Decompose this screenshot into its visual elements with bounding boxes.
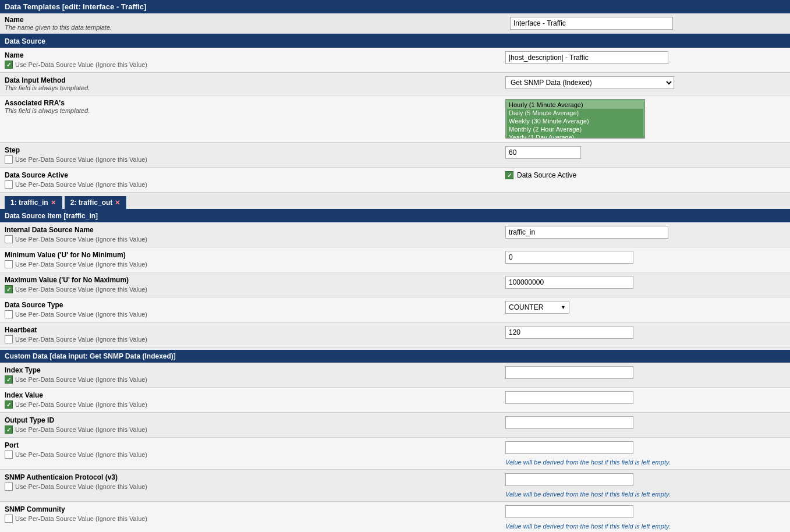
dsi-type-label-col: Data Source Type Use Per-Data Source Val… — [0, 300, 501, 320]
dsi-min-input[interactable] — [505, 251, 633, 264]
custom-index-type-input-col — [501, 365, 790, 380]
custom-index-type-per-source-text: Use Per-Data Source Value (Ignore this V… — [15, 376, 147, 383]
custom-port-per-source-text: Use Per-Data Source Value (Ignore this V… — [15, 451, 147, 458]
dsi-internal-name-label-col: Internal Data Source Name Use Per-Data S… — [0, 225, 501, 244]
dsi-type-input-col: ▼ — [501, 300, 790, 315]
custom-snmp-community-input[interactable] — [505, 505, 633, 518]
custom-snmp-auth-input-col: Value will be derived from the host if t… — [501, 472, 790, 499]
custom-index-value-label: Index Value — [5, 391, 496, 399]
ds-step-row: Step Use Per-Data Source Value (Ignore t… — [0, 143, 790, 168]
dsi-heartbeat-row: Heartbeat Use Per-Data Source Value (Ign… — [0, 322, 790, 347]
ds-name-per-source: ✓ Use Per-Data Source Value (Ignore this… — [5, 61, 496, 69]
ds-type-input[interactable] — [505, 301, 558, 314]
ds-step-input[interactable] — [505, 146, 581, 159]
ds-name-input[interactable] — [505, 51, 668, 64]
ds-active-text: Data Source Active — [517, 171, 576, 179]
ds-active-per-source: Use Per-Data Source Value (Ignore this V… — [5, 180, 496, 189]
dsi-max-input-col — [501, 275, 790, 290]
custom-output-type-row: Output Type ID ✓ Use Per-Data Source Val… — [0, 413, 790, 438]
dsi-min-row: Minimum Value ('U' for No Minimum) Use P… — [0, 247, 790, 272]
custom-snmp-auth-per-source-text: Use Per-Data Source Value (Ignore this V… — [15, 483, 147, 490]
ds-active-check-icon[interactable] — [5, 180, 13, 189]
dsi-heartbeat-per-source: Use Per-Data Source Value (Ignore this V… — [5, 335, 496, 343]
custom-snmp-community-input-col: Value will be derived from the host if t… — [501, 504, 790, 531]
ds-active-checkbox-row: ✓ Data Source Active — [505, 171, 576, 179]
tab-traffic-out[interactable]: 2: traffic_out ✕ — [65, 196, 127, 209]
custom-snmp-auth-check-icon[interactable] — [5, 483, 13, 491]
dsi-max-check-icon[interactable]: ✓ — [5, 285, 13, 293]
name-sublabel: The name given to this data template. — [5, 24, 505, 31]
custom-output-type-input[interactable] — [505, 416, 633, 429]
name-section: Name The name given to this data templat… — [0, 13, 790, 34]
ds-step-check-icon[interactable] — [5, 155, 13, 164]
custom-snmp-auth-input[interactable] — [505, 473, 633, 486]
ds-step-input-col — [501, 145, 790, 160]
tab-traffic-out-close[interactable]: ✕ — [115, 199, 120, 207]
custom-output-type-check-icon[interactable]: ✓ — [5, 425, 13, 434]
ds-input-method-select[interactable]: Get SNMP Data (Indexed) — [505, 76, 674, 89]
rra-item-4[interactable]: Yearly (1 Day Average) — [507, 133, 643, 139]
dsi-min-label-col: Minimum Value ('U' for No Minimum) Use P… — [0, 250, 501, 269]
custom-index-value-per-source-text: Use Per-Data Source Value (Ignore this V… — [15, 401, 147, 408]
tab-traffic-in[interactable]: 1: traffic_in ✕ — [5, 196, 62, 209]
rra-item-0[interactable]: Hourly (1 Minute Average) — [507, 101, 643, 109]
custom-port-input[interactable] — [505, 441, 633, 454]
custom-index-type-label-col: Index Type ✓ Use Per-Data Source Value (… — [0, 365, 501, 385]
name-label-col: Name The name given to this data templat… — [5, 16, 505, 31]
custom-snmp-community-label-col: SNMP Community Use Per-Data Source Value… — [0, 504, 501, 524]
custom-port-per-source: Use Per-Data Source Value (Ignore this V… — [5, 451, 496, 459]
custom-index-type-input[interactable] — [505, 366, 633, 379]
custom-index-type-row: Index Type ✓ Use Per-Data Source Value (… — [0, 363, 790, 388]
custom-index-type-check-icon[interactable]: ✓ — [5, 375, 13, 384]
name-label: Name — [5, 16, 505, 24]
rra-item-2[interactable]: Weekly (30 Minute Average) — [507, 117, 643, 125]
dsi-internal-check-icon[interactable] — [5, 235, 13, 243]
custom-port-check-icon[interactable] — [5, 451, 13, 459]
dsi-internal-input-col — [501, 225, 790, 240]
custom-index-value-input-col — [501, 390, 790, 405]
rra-listbox[interactable]: Hourly (1 Minute Average) Daily (5 Minut… — [505, 99, 645, 139]
dsi-heartbeat-input-col — [501, 325, 790, 340]
ds-step-per-source-text: Use Per-Data Source Value (Ignore this V… — [15, 156, 147, 163]
ds-input-method-input-col: Get SNMP Data (Indexed) — [501, 75, 790, 90]
custom-index-value-input[interactable] — [505, 391, 633, 404]
ds-name-row: Name ✓ Use Per-Data Source Value (Ignore… — [0, 48, 790, 73]
dsi-max-input[interactable] — [505, 276, 633, 289]
ds-input-method-label-col: Data Input Method This field is always t… — [0, 75, 501, 93]
custom-index-value-check-icon[interactable]: ✓ — [5, 400, 13, 409]
dsi-min-check-icon[interactable] — [5, 260, 13, 268]
rra-item-1[interactable]: Daily (5 Minute Average) — [507, 109, 643, 117]
custom-snmp-community-row: SNMP Community Use Per-Data Source Value… — [0, 502, 790, 532]
ds-name-input-col — [501, 50, 790, 65]
ds-step-label: Step — [5, 146, 496, 154]
custom-index-value-label-col: Index Value ✓ Use Per-Data Source Value … — [0, 390, 501, 410]
ds-type-dropdown-btn[interactable]: ▼ — [558, 301, 569, 314]
dsi-internal-name-input[interactable] — [505, 226, 668, 239]
ds-rra-input-col: Hourly (1 Minute Average) Daily (5 Minut… — [501, 98, 790, 140]
custom-snmp-auth-label: SNMP Authenticaion Protocol (v3) — [5, 473, 496, 481]
dsi-heartbeat-check-icon[interactable] — [5, 335, 13, 343]
dsi-type-check-icon[interactable] — [5, 310, 13, 318]
custom-snmp-auth-hint: Value will be derived from the host if t… — [505, 491, 671, 498]
ds-rra-row: Associated RRA's This field is always te… — [0, 95, 790, 143]
ds-active-check[interactable]: ✓ — [505, 171, 513, 179]
dsi-min-per-source: Use Per-Data Source Value (Ignore this V… — [5, 260, 496, 268]
dsi-heartbeat-label: Heartbeat — [5, 326, 496, 334]
ds-name-check-icon[interactable]: ✓ — [5, 61, 13, 69]
custom-snmp-auth-per-source: Use Per-Data Source Value (Ignore this V… — [5, 483, 496, 491]
template-name-input[interactable] — [510, 17, 673, 30]
custom-output-type-input-col — [501, 415, 790, 430]
page-header: Data Templates [edit: Interface - Traffi… — [0, 0, 790, 13]
custom-snmp-community-per-source-text: Use Per-Data Source Value (Ignore this V… — [15, 515, 147, 522]
custom-port-label-col: Port Use Per-Data Source Value (Ignore t… — [0, 440, 501, 460]
rra-item-3[interactable]: Monthly (2 Hour Average) — [507, 125, 643, 133]
dsi-heartbeat-input[interactable] — [505, 326, 633, 339]
dsi-type-label: Data Source Type — [5, 301, 496, 309]
custom-port-row: Port Use Per-Data Source Value (Ignore t… — [0, 438, 790, 470]
custom-port-hint: Value will be derived from the host if t… — [505, 459, 671, 466]
tab-traffic-in-close[interactable]: ✕ — [51, 199, 56, 207]
ds-step-per-source: Use Per-Data Source Value (Ignore this V… — [5, 155, 496, 164]
ds-name-label: Name — [5, 51, 496, 59]
dsi-type-row: Data Source Type Use Per-Data Source Val… — [0, 297, 790, 322]
custom-snmp-community-check-icon[interactable] — [5, 515, 13, 523]
